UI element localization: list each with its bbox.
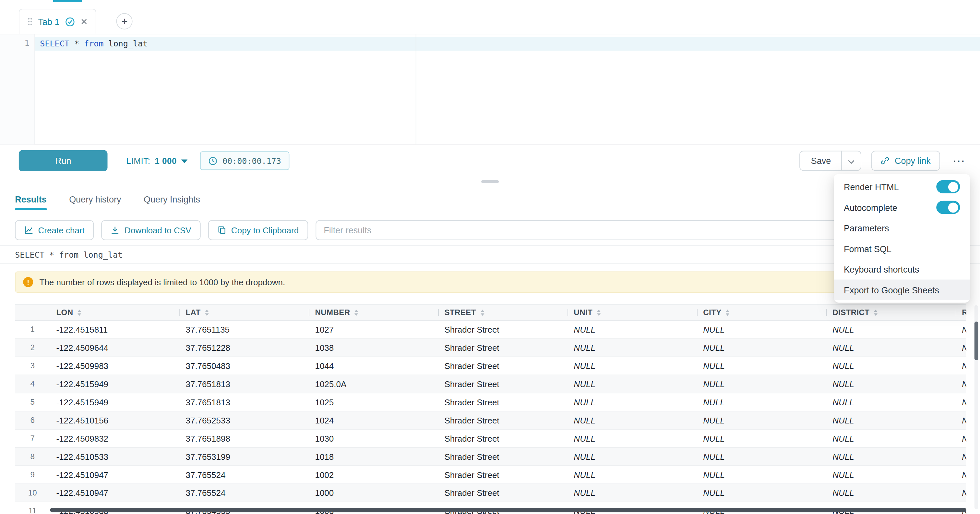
- menu-item-parameters[interactable]: Parameters: [834, 218, 970, 238]
- table-cell: NULL: [568, 452, 697, 461]
- limit-dropdown[interactable]: LIMIT: 1 000: [126, 156, 188, 166]
- vertical-scrollbar[interactable]: [975, 305, 978, 509]
- row-number: 10: [15, 488, 50, 497]
- table-cell: Shrader Street: [438, 488, 568, 498]
- horizontal-scrollbar[interactable]: [50, 508, 966, 512]
- vertical-scrollbar-thumb[interactable]: [975, 322, 978, 360]
- table-cell: -122.4510533: [50, 452, 179, 461]
- table-cell: NULL: [956, 488, 966, 498]
- table-cell: NULL: [697, 452, 826, 461]
- table-row: 9-122.451094737.7655241002Shrader Street…: [15, 466, 966, 484]
- table-cell: NULL: [956, 379, 966, 389]
- save-dropdown-button[interactable]: [842, 151, 862, 171]
- editor-gutter: 1: [0, 34, 35, 144]
- download-to-csv-button[interactable]: Download to CSV: [102, 220, 201, 240]
- code-input-area[interactable]: SELECT * from long_lat: [35, 34, 980, 144]
- column-separator: [568, 309, 568, 316]
- toggle-switch[interactable]: [936, 201, 960, 214]
- column-header-lon[interactable]: LON: [50, 305, 179, 320]
- menu-item-label: Parameters: [844, 223, 889, 233]
- run-button[interactable]: Run: [19, 150, 108, 172]
- column-header-unit[interactable]: UNIT: [568, 305, 697, 320]
- warning-text: The number of rows displayed is limited …: [39, 278, 285, 287]
- menu-item-label: Autocomplete: [844, 203, 897, 212]
- table-cell: Shrader Street: [438, 416, 568, 425]
- table-cell: NULL: [697, 325, 826, 334]
- column-header-street[interactable]: STREET: [438, 305, 568, 320]
- row-number: 1: [15, 325, 50, 334]
- row-number: 5: [15, 398, 50, 407]
- table-cell: NULL: [568, 361, 697, 370]
- table-cell: NULL: [568, 488, 697, 498]
- table-cell: Shrader Street: [438, 379, 568, 389]
- copy-to-clipboard-button[interactable]: Copy to Clipboard: [208, 220, 309, 240]
- menu-item-keyboard-shortcuts[interactable]: Keyboard shortcuts: [834, 259, 970, 280]
- sort-icon: [874, 309, 878, 315]
- close-icon[interactable]: [81, 18, 88, 25]
- results-panel: ResultsQuery historyQuery Insights Creat…: [0, 186, 980, 514]
- table-cell: Shrader Street: [438, 361, 568, 370]
- horizontal-scrollbar-thumb[interactable]: [50, 508, 966, 512]
- table-cell: NULL: [697, 379, 826, 389]
- drag-handle-icon[interactable]: [27, 18, 32, 26]
- table-cell: NULL: [826, 343, 956, 353]
- copy-link-label: Copy link: [895, 156, 931, 166]
- table-row: 4-122.451594937.76518131025.0AShrader St…: [15, 375, 966, 393]
- table-row: 6-122.451015637.76525331024Shrader Stree…: [15, 412, 966, 429]
- table-cell: NULL: [956, 434, 966, 443]
- column-separator: [179, 309, 180, 316]
- table-cell: NULL: [956, 343, 966, 353]
- column-header-district[interactable]: DISTRICT: [826, 305, 956, 320]
- sql-editor[interactable]: 1 SELECT * from long_lat: [0, 34, 980, 145]
- tab-label: Query Insights: [144, 195, 200, 204]
- column-label: STREET: [444, 308, 476, 317]
- column-header-lat[interactable]: LAT: [179, 305, 309, 320]
- menu-item-label: Keyboard shortcuts: [844, 264, 919, 274]
- table-cell: NULL: [697, 470, 826, 479]
- create-chart-button[interactable]: Create chart: [15, 220, 94, 240]
- row-number: 3: [15, 361, 50, 370]
- column-label: DISTRICT: [832, 308, 869, 317]
- column-header-re[interactable]: RE: [956, 305, 966, 320]
- toggle-switch[interactable]: [936, 180, 960, 193]
- column-header-number[interactable]: NUMBER: [309, 305, 438, 320]
- column-label: RE: [962, 308, 966, 317]
- table-cell: NULL: [568, 434, 697, 443]
- table-cell: 37.7652533: [179, 416, 309, 425]
- download-icon: [111, 226, 120, 235]
- menu-item-format-sql[interactable]: Format SQL: [834, 238, 970, 259]
- table-row: 7-122.450983237.76518981030Shrader Stree…: [15, 429, 966, 448]
- table-cell: NULL: [697, 488, 826, 498]
- copy-link-button[interactable]: Copy link: [872, 151, 940, 171]
- table-cell: -122.4515949: [50, 379, 179, 389]
- check-circle-icon: [65, 16, 75, 27]
- table-cell: NULL: [568, 416, 697, 425]
- table-cell: NULL: [826, 434, 956, 443]
- table-cell: NULL: [956, 416, 966, 425]
- add-tab-button[interactable]: +: [116, 13, 133, 29]
- menu-item-export-to-google-sheets[interactable]: Export to Google Sheets: [834, 280, 970, 300]
- menu-item-label: Format SQL: [844, 244, 891, 254]
- column-separator: [956, 309, 956, 316]
- sort-icon: [726, 309, 730, 315]
- table-cell: NULL: [568, 343, 697, 353]
- table-cell: NULL: [956, 325, 966, 334]
- menu-item-autocomplete[interactable]: Autocomplete: [834, 197, 970, 218]
- more-icon: ⋯: [953, 154, 965, 168]
- tab-results[interactable]: Results: [15, 186, 46, 212]
- row-number-header: [15, 305, 50, 320]
- save-button[interactable]: Save: [800, 151, 842, 171]
- tab-query-history[interactable]: Query history: [69, 186, 121, 212]
- chart-icon: [24, 226, 33, 235]
- menu-item-render-html[interactable]: Render HTML: [834, 177, 970, 197]
- panel-splitter[interactable]: [0, 177, 980, 187]
- column-header-city[interactable]: CITY: [697, 305, 826, 320]
- table-cell: Shrader Street: [438, 434, 568, 443]
- table-cell: 37.7653199: [179, 452, 309, 461]
- row-number: 2: [15, 343, 50, 352]
- tab-query-insights[interactable]: Query Insights: [144, 186, 200, 212]
- query-tab[interactable]: Tab 1: [19, 9, 96, 34]
- more-options-button[interactable]: ⋯: [948, 151, 970, 171]
- table-cell: Shrader Street: [438, 470, 568, 479]
- line-number: 1: [24, 38, 29, 48]
